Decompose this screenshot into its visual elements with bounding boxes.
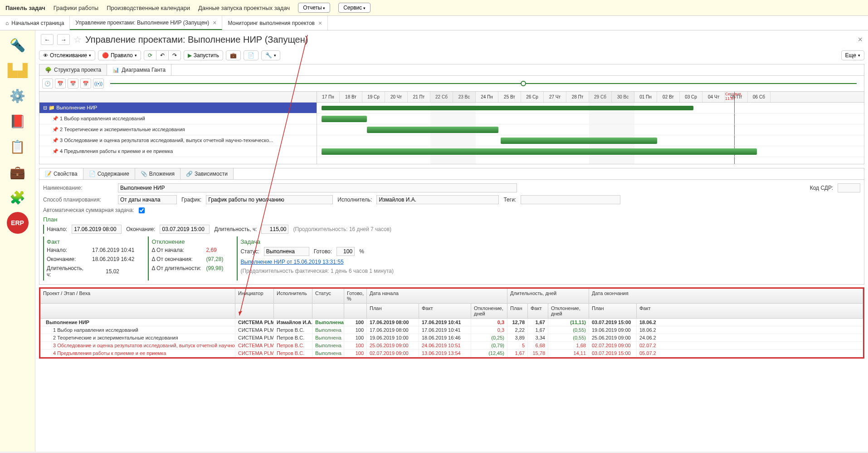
plan-duration-label: Длительность, ч:: [214, 226, 257, 232]
sidebar-books-icon[interactable]: 📕: [7, 110, 29, 132]
sidebar-puzzle-icon[interactable]: 🧩: [7, 187, 29, 208]
col-initiator[interactable]: Инициатор: [235, 289, 274, 303]
table-row[interactable]: Выполнение НИРСИСТЕМА PLMИзмайлов И.А.Вы…: [40, 319, 863, 326]
name-label: Наименование:: [43, 185, 113, 191]
tab-label: Управление проектами: Выполнение НИР (За…: [75, 20, 209, 26]
service-dropdown[interactable]: Сервис: [338, 3, 371, 13]
nav-launch-data[interactable]: Данные запуска проектных задач: [198, 5, 290, 11]
table-row[interactable]: 4 Предъявления работы к приемке и ее при…: [40, 350, 863, 357]
plan-method-label: Способ планирования:: [43, 197, 113, 203]
col-executor[interactable]: Исполнитель: [274, 289, 312, 303]
redo-button[interactable]: ↷: [168, 50, 181, 60]
gantt-day-header: 02 Вт: [657, 92, 680, 102]
nav-schedules[interactable]: Графики работы: [54, 5, 98, 11]
col-status[interactable]: Статус: [312, 289, 344, 303]
gantt-cal3-icon[interactable]: 📅: [80, 79, 91, 89]
gantt-day-header: 21 Пт: [408, 92, 430, 102]
gantt-task-row[interactable]: 📌 4 Предъявления работы к приемке и ее п…: [39, 146, 317, 157]
sidebar-blocks-icon[interactable]: ▙▟: [7, 59, 29, 81]
tab-gantt[interactable]: 📊 Диаграмма Ганта: [107, 64, 171, 75]
back-button[interactable]: ←: [41, 34, 54, 45]
schedule-input[interactable]: [206, 195, 333, 204]
gantt-clock-icon[interactable]: 🕐: [42, 79, 53, 89]
tab-properties[interactable]: 📝 Свойства: [39, 168, 83, 179]
table-row[interactable]: 1 Выбор направления исследованийСИСТЕМА …: [40, 326, 863, 334]
nav-panel-tasks[interactable]: Панель задач: [5, 5, 45, 11]
close-icon[interactable]: ×: [213, 19, 216, 26]
plan-duration-input[interactable]: [261, 225, 288, 234]
view-tabs: 🌳 Структура проекта 📊 Диаграмма Ганта: [39, 64, 864, 76]
dev-end-value: (97,28): [206, 256, 223, 262]
detail-tabs: 📝 Свойства 📄 Содержание 📎 Вложения 🔗 Зав…: [39, 168, 864, 180]
main-toolbar: Отслеживание 🔴 Правило ⟳ ↶ ↷ Запустить 💼…: [39, 49, 864, 64]
rule-dropdown[interactable]: 🔴 Правило: [98, 50, 141, 60]
status-input[interactable]: [264, 247, 309, 256]
fact-section-title: Факт: [47, 238, 134, 245]
tags-input[interactable]: [521, 195, 620, 204]
tools-dropdown[interactable]: 🔧: [261, 50, 280, 60]
executor-input[interactable]: [376, 195, 499, 204]
run-button[interactable]: Запустить: [184, 50, 223, 60]
tab-content[interactable]: 📄 Содержание: [83, 168, 135, 179]
tracking-dropdown[interactable]: Отслеживание: [39, 50, 95, 60]
plan-end-input[interactable]: [160, 225, 210, 234]
gantt-day-header: 19 Ср: [362, 92, 385, 102]
fact-start-value: 17.06.2019 10:41: [92, 247, 134, 253]
close-icon[interactable]: ×: [318, 20, 322, 27]
gantt-day-header: 24 Пн: [476, 92, 498, 102]
ready-input[interactable]: [336, 247, 355, 256]
gantt-day-header: 26 Ср: [521, 92, 544, 102]
gantt-day-header: 17 Пн: [317, 92, 340, 102]
fact-end-label: Окончание:: [47, 256, 88, 262]
gantt-day-header: 27 Чт: [544, 92, 566, 102]
sidebar-checklist-icon[interactable]: 📋: [7, 136, 29, 158]
forward-button[interactable]: →: [57, 34, 70, 45]
gantt-day-header: 20 Чт: [385, 92, 408, 102]
sidebar-briefcase-icon[interactable]: 💼: [7, 161, 29, 183]
gantt-cal1-icon[interactable]: 📅: [55, 79, 66, 89]
refresh-button[interactable]: ⟳: [144, 50, 156, 60]
properties-panel: Наименование: Код СДР: Способ планирован…: [39, 180, 864, 285]
table-row[interactable]: 3 Обследование и оценка результатов иссл…: [40, 342, 863, 350]
briefcase-button[interactable]: 💼: [226, 50, 241, 60]
auto-summary-checkbox[interactable]: [139, 207, 145, 213]
gantt-task-row[interactable]: 📌 1 Выбор направления исследований: [39, 113, 317, 124]
plan-method-input[interactable]: [118, 195, 177, 204]
col-ready[interactable]: Готово, %: [344, 289, 367, 303]
tab-structure[interactable]: 🌳 Структура проекта: [39, 64, 107, 75]
reports-dropdown[interactable]: Отчеты: [298, 3, 330, 13]
gantt-task-list: ⊟ 📁 Выполнение НИР 📌 1 Выбор направления…: [39, 92, 317, 164]
tab-attachments[interactable]: 📎 Вложения: [135, 168, 180, 179]
favorite-star-icon[interactable]: ☆: [73, 34, 82, 45]
gantt-timeline[interactable]: Сегодня, 11:57 17 Пн18 Вт19 Ср20 Чт21 Пт…: [317, 92, 864, 164]
plan-start-input[interactable]: [72, 225, 122, 234]
zoom-slider[interactable]: [110, 83, 857, 84]
tab-monitoring[interactable]: Мониторинг выполнения проектов ×: [222, 16, 328, 30]
task-link[interactable]: Выполнение НИР от 15.06.2019 13:31:55: [240, 259, 343, 265]
home-tab[interactable]: ⌂ Начальная страница: [0, 16, 70, 30]
undo-button[interactable]: ↶: [156, 50, 169, 60]
tab-dependencies[interactable]: 🔗 Зависимости: [180, 168, 234, 179]
col-dur[interactable]: Длительность, дней: [507, 289, 589, 303]
col-end[interactable]: Дата окончания: [589, 289, 863, 303]
nav-calendars[interactable]: Производственные календари: [107, 5, 190, 11]
gantt-task-row[interactable]: ⊟ 📁 Выполнение НИР: [39, 103, 317, 113]
gantt-task-row[interactable]: 📌 3 Обследование и оценка результатов ис…: [39, 135, 317, 146]
close-page-button[interactable]: ×: [858, 35, 863, 44]
col-project[interactable]: Проект / Этап / Веха: [40, 289, 235, 303]
name-input[interactable]: [118, 183, 517, 192]
gantt-cal2-icon[interactable]: 📅: [68, 79, 78, 89]
gantt-task-row[interactable]: 📌 2 Теоретические и экспериментальные ис…: [39, 124, 317, 135]
sdr-label: Код СДР:: [810, 185, 833, 191]
home-icon: ⌂: [5, 20, 9, 26]
more-dropdown[interactable]: Еще: [841, 50, 864, 60]
sidebar-desk-icon[interactable]: 🔦: [7, 34, 29, 56]
copy-button[interactable]: 📄: [244, 50, 258, 60]
table-row[interactable]: 2 Теоретические и экспериментальные иссл…: [40, 334, 863, 342]
tab-project-management[interactable]: Управление проектами: Выполнение НИР (За…: [70, 16, 222, 30]
sidebar-gears-icon[interactable]: ⚙️: [7, 85, 29, 107]
gantt-signal-icon[interactable]: ((•)): [93, 79, 104, 89]
col-start[interactable]: Дата начала: [367, 289, 507, 303]
sdr-input[interactable]: [838, 183, 860, 192]
sidebar-erp-icon[interactable]: ERP: [7, 212, 29, 234]
